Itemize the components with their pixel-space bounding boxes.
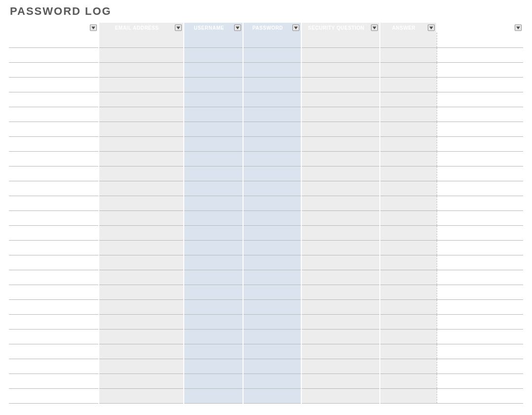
cell-website[interactable] bbox=[9, 270, 99, 285]
cell-password[interactable] bbox=[243, 136, 301, 151]
cell-comments[interactable] bbox=[437, 285, 523, 299]
cell-password[interactable] bbox=[243, 122, 301, 136]
cell-username[interactable] bbox=[184, 92, 243, 107]
cell-email[interactable] bbox=[99, 329, 184, 344]
cell-username[interactable] bbox=[184, 329, 243, 344]
cell-password[interactable] bbox=[243, 151, 301, 166]
cell-email[interactable] bbox=[99, 107, 184, 122]
cell-username[interactable] bbox=[184, 136, 243, 151]
cell-password[interactable] bbox=[243, 329, 301, 344]
cell-email[interactable] bbox=[99, 77, 184, 92]
cell-comments[interactable] bbox=[437, 92, 523, 107]
cell-website[interactable] bbox=[9, 285, 99, 299]
cell-username[interactable] bbox=[184, 299, 243, 314]
cell-password[interactable] bbox=[243, 47, 301, 62]
cell-secq[interactable] bbox=[301, 181, 380, 196]
cell-answer[interactable] bbox=[380, 77, 437, 92]
cell-website[interactable] bbox=[9, 210, 99, 225]
cell-website[interactable] bbox=[9, 47, 99, 62]
cell-website[interactable] bbox=[9, 344, 99, 359]
cell-website[interactable] bbox=[9, 136, 99, 151]
cell-answer[interactable] bbox=[380, 314, 437, 329]
cell-answer[interactable] bbox=[380, 270, 437, 285]
cell-username[interactable] bbox=[184, 314, 243, 329]
cell-username[interactable] bbox=[184, 107, 243, 122]
cell-secq[interactable] bbox=[301, 388, 380, 403]
cell-password[interactable] bbox=[243, 299, 301, 314]
cell-email[interactable] bbox=[99, 166, 184, 181]
cell-website[interactable] bbox=[9, 374, 99, 388]
cell-password[interactable] bbox=[243, 255, 301, 270]
filter-secq-button[interactable] bbox=[371, 25, 378, 31]
cell-website[interactable] bbox=[9, 225, 99, 240]
cell-answer[interactable] bbox=[380, 210, 437, 225]
cell-username[interactable] bbox=[184, 344, 243, 359]
cell-comments[interactable] bbox=[437, 77, 523, 92]
cell-website[interactable] bbox=[9, 92, 99, 107]
cell-secq[interactable] bbox=[301, 240, 380, 255]
header-username[interactable]: USERNAME bbox=[184, 23, 243, 33]
cell-email[interactable] bbox=[99, 314, 184, 329]
cell-comments[interactable] bbox=[437, 388, 523, 403]
cell-email[interactable] bbox=[99, 122, 184, 136]
cell-secq[interactable] bbox=[301, 255, 380, 270]
cell-secq[interactable] bbox=[301, 62, 380, 77]
cell-secq[interactable] bbox=[301, 196, 380, 210]
cell-email[interactable] bbox=[99, 181, 184, 196]
cell-comments[interactable] bbox=[437, 374, 523, 388]
cell-password[interactable] bbox=[243, 92, 301, 107]
cell-answer[interactable] bbox=[380, 374, 437, 388]
cell-website[interactable] bbox=[9, 151, 99, 166]
cell-username[interactable] bbox=[184, 196, 243, 210]
cell-comments[interactable] bbox=[437, 314, 523, 329]
cell-website[interactable] bbox=[9, 62, 99, 77]
header-website[interactable]: WEBSITE bbox=[9, 23, 99, 33]
cell-website[interactable] bbox=[9, 107, 99, 122]
cell-username[interactable] bbox=[184, 225, 243, 240]
cell-website[interactable] bbox=[9, 181, 99, 196]
cell-username[interactable] bbox=[184, 166, 243, 181]
cell-comments[interactable] bbox=[437, 196, 523, 210]
cell-secq[interactable] bbox=[301, 314, 380, 329]
cell-secq[interactable] bbox=[301, 329, 380, 344]
cell-secq[interactable] bbox=[301, 92, 380, 107]
cell-email[interactable] bbox=[99, 344, 184, 359]
cell-email[interactable] bbox=[99, 359, 184, 374]
cell-password[interactable] bbox=[243, 77, 301, 92]
cell-answer[interactable] bbox=[380, 136, 437, 151]
cell-password[interactable] bbox=[243, 225, 301, 240]
cell-password[interactable] bbox=[243, 166, 301, 181]
cell-username[interactable] bbox=[184, 77, 243, 92]
cell-username[interactable] bbox=[184, 122, 243, 136]
cell-username[interactable] bbox=[184, 47, 243, 62]
cell-answer[interactable] bbox=[380, 196, 437, 210]
cell-email[interactable] bbox=[99, 151, 184, 166]
filter-email-button[interactable] bbox=[175, 25, 182, 31]
cell-secq[interactable] bbox=[301, 210, 380, 225]
cell-username[interactable] bbox=[184, 62, 243, 77]
cell-password[interactable] bbox=[243, 344, 301, 359]
cell-website[interactable] bbox=[9, 314, 99, 329]
cell-answer[interactable] bbox=[380, 62, 437, 77]
cell-email[interactable] bbox=[99, 285, 184, 299]
cell-comments[interactable] bbox=[437, 270, 523, 285]
cell-website[interactable] bbox=[9, 33, 99, 47]
cell-secq[interactable] bbox=[301, 107, 380, 122]
cell-answer[interactable] bbox=[380, 359, 437, 374]
cell-website[interactable] bbox=[9, 299, 99, 314]
cell-username[interactable] bbox=[184, 181, 243, 196]
cell-answer[interactable] bbox=[380, 240, 437, 255]
cell-comments[interactable] bbox=[437, 329, 523, 344]
cell-username[interactable] bbox=[184, 240, 243, 255]
filter-website-button[interactable] bbox=[90, 25, 97, 31]
header-answer[interactable]: ANSWER bbox=[380, 23, 437, 33]
cell-password[interactable] bbox=[243, 62, 301, 77]
cell-comments[interactable] bbox=[437, 299, 523, 314]
cell-email[interactable] bbox=[99, 196, 184, 210]
cell-password[interactable] bbox=[243, 181, 301, 196]
header-password[interactable]: PASSWORD bbox=[243, 23, 301, 33]
cell-secq[interactable] bbox=[301, 33, 380, 47]
header-security-question[interactable]: SECURITY QUESTION bbox=[301, 23, 380, 33]
cell-password[interactable] bbox=[243, 388, 301, 403]
cell-comments[interactable] bbox=[437, 225, 523, 240]
